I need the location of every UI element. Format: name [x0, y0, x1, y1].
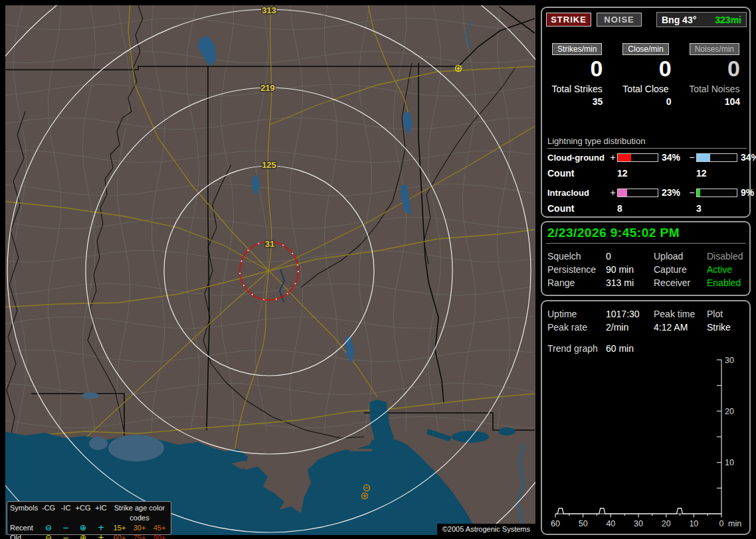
trend-x-tick: 50	[579, 519, 588, 528]
age-30: 30+	[130, 523, 149, 533]
status-row: Range 313 mi Receiver Enabled	[547, 276, 747, 289]
ic-negative-bar	[696, 189, 737, 197]
close-per-min-value: 0	[614, 56, 676, 80]
lightning-map[interactable]: 313 219 125 31 Symbols -CG -IC +CG +IC S…	[5, 5, 535, 535]
plus-sign: +	[609, 187, 617, 198]
noises-per-min-value: 0	[684, 56, 745, 80]
uptime-value: 1017:30	[606, 309, 654, 319]
squelch-value: 0	[606, 251, 654, 262]
ring-label-31: 31	[265, 239, 274, 249]
trend-y-tick: 30	[725, 356, 734, 365]
lightning-type-distribution: Lightning type distribution Cloud-ground…	[547, 136, 747, 216]
close-per-min-column: Close/min 0 Total Close 0	[614, 42, 676, 107]
plus-sign: +	[609, 152, 617, 163]
range-label: Range	[547, 277, 606, 288]
trend-x-tick: 10	[689, 519, 698, 528]
age-90: 90+	[149, 533, 169, 539]
neg-cg-recent-icon: ⊖	[39, 523, 58, 533]
strike-stats-panel: STRIKE NOISE Bng 43° 323mi Strikes/min 0…	[541, 7, 751, 218]
datetime-display: 2/23/2026 9:45:02 PM	[547, 226, 680, 240]
trend-x-tick: 0	[719, 519, 724, 528]
upload-status: Disabled	[707, 251, 747, 262]
age-75: 75+	[130, 533, 149, 539]
age-45: 45+	[149, 523, 169, 533]
total-close-value: 0	[614, 96, 676, 107]
trend-x-tick: 20	[662, 519, 671, 528]
ic-negative-count: 3	[696, 203, 737, 214]
uptime-rows: Uptime 1017:30 Peak time Plot Peak rate …	[547, 307, 747, 334]
status-rows: Squelch 0 Upload Disabled Persistence 90…	[547, 250, 747, 289]
trend-graph-row: Trend graph 60 min	[547, 343, 634, 354]
noises-per-min-header: Noises/min	[690, 43, 739, 55]
trend-strike-series	[555, 508, 721, 514]
legend-symbols-header: Symbols	[10, 503, 39, 523]
neg-ic-recent-icon: −	[58, 523, 74, 533]
map-legend: Symbols -CG -IC +CG +IC Strike age color…	[7, 501, 171, 535]
legend-age-header: Strike age color codes	[110, 503, 169, 523]
status-row: Squelch 0 Upload Disabled	[547, 250, 747, 263]
legend-row-recent-label: Recent	[10, 523, 39, 533]
peak-time-value: 4:12 AM	[654, 322, 707, 333]
ic-positive-pct: 23%	[658, 187, 688, 198]
pos-cg-recent-icon: ⊕	[74, 523, 92, 533]
total-strikes-value: 35	[546, 96, 608, 107]
ic-negative-pct: 9%	[737, 187, 756, 198]
ring-label-125: 125	[262, 160, 276, 170]
trend-x-tick: 60	[551, 519, 560, 528]
trend-graph-window: 60 min	[606, 343, 634, 354]
neg-ic-old-icon: −	[58, 533, 74, 539]
legend-col-pos-cg: +CG	[74, 503, 92, 523]
capture-status: Active	[707, 264, 747, 275]
plot-value: Strike	[707, 322, 747, 333]
receiver-status: Enabled	[707, 277, 747, 288]
ic-positive-bar	[617, 189, 658, 197]
bearing-value: Bng 43°	[662, 15, 696, 25]
noise-mode-button[interactable]: NOISE	[597, 13, 642, 27]
cg-positive-pct: 34%	[658, 152, 688, 163]
legend-row-old-label: Old	[10, 533, 39, 539]
ring-label-313: 313	[262, 5, 276, 15]
legend-col-pos-ic: +IC	[92, 503, 110, 523]
legend-col-neg-cg: -CG	[39, 503, 58, 523]
peak-rate-label: Peak rate	[547, 322, 606, 333]
bearing-distance: 323mi	[715, 15, 741, 25]
bearing-readout: Bng 43° 323mi	[656, 12, 747, 27]
intracloud-label: Intracloud	[547, 188, 609, 198]
strikes-per-min-column: Strikes/min 0 Total Strikes 35	[546, 42, 608, 107]
plot-label: Plot	[707, 309, 747, 319]
range-value: 313 mi	[606, 277, 654, 288]
strikes-per-min-value: 0	[546, 56, 608, 80]
pos-ic-old-icon: +	[92, 533, 110, 539]
cg-positive-count: 12	[617, 168, 658, 179]
trend-y-tick: 20	[725, 407, 734, 416]
trend-panel: Uptime 1017:30 Peak time Plot Peak rate …	[541, 300, 751, 535]
peak-rate-value: 2/min	[606, 322, 654, 333]
peak-rate-row: Peak rate 2/min 4:12 AM Strike	[547, 321, 747, 334]
minus-sign: −	[688, 187, 696, 198]
squelch-label: Squelch	[547, 251, 606, 262]
persistence-value: 90 min	[606, 264, 654, 275]
total-close-label: Total Close	[614, 84, 676, 94]
peak-time-label: Peak time	[654, 309, 707, 319]
status-panel: 2/23/2026 9:45:02 PM Squelch 0 Upload Di…	[541, 221, 751, 296]
capture-label: Capture	[654, 264, 707, 275]
divider	[546, 243, 745, 244]
pos-cg-old-icon: ⊕	[74, 533, 92, 539]
distribution-title: Lightning type distribution	[547, 136, 747, 149]
ic-positive-count: 8	[617, 203, 658, 214]
persistence-label: Persistence	[547, 264, 606, 275]
trend-x-unit: min	[728, 519, 741, 528]
trend-x-tick: 40	[606, 519, 615, 528]
receiver-label: Receiver	[654, 277, 707, 288]
map-canvas: 313 219 125 31	[5, 5, 535, 535]
intracloud-count-row: Count 8 3	[547, 200, 747, 216]
minus-sign: −	[688, 152, 696, 163]
trend-x-tick: 30	[634, 519, 643, 528]
cg-positive-bar	[617, 153, 658, 162]
strike-mode-button[interactable]: STRIKE	[546, 13, 591, 27]
cg-negative-count: 12	[696, 168, 737, 179]
count-label: Count	[547, 168, 609, 179]
uptime-row: Uptime 1017:30 Peak time Plot	[547, 307, 747, 321]
strikes-per-min-header: Strikes/min	[552, 43, 602, 55]
trend-graph-chart: 1020306050403020100min	[543, 356, 748, 532]
